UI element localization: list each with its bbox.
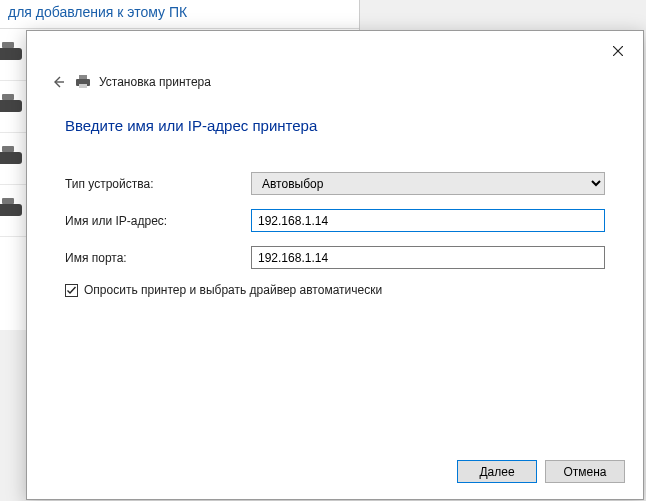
add-printer-dialog: Установка принтера Введите имя или IP-ад… bbox=[26, 30, 644, 500]
wizard-title: Установка принтера bbox=[99, 75, 211, 89]
hostname-input[interactable] bbox=[251, 209, 605, 232]
dialog-content: Введите имя или IP-адрес принтера Тип ус… bbox=[27, 99, 643, 446]
checkmark-icon bbox=[66, 285, 77, 296]
port-input[interactable] bbox=[251, 246, 605, 269]
printer-icon bbox=[0, 150, 22, 168]
port-row: Имя порта: bbox=[65, 246, 605, 269]
dialog-footer: Далее Отмена bbox=[27, 446, 643, 499]
port-label: Имя порта: bbox=[65, 251, 251, 265]
printer-icon bbox=[0, 46, 22, 64]
close-button[interactable] bbox=[603, 39, 633, 63]
close-icon bbox=[613, 46, 623, 56]
device-type-label: Тип устройства: bbox=[65, 177, 251, 191]
device-type-select[interactable]: Автовыбор bbox=[251, 172, 605, 195]
device-type-row: Тип устройства: Автовыбор bbox=[65, 172, 605, 195]
wizard-header: Установка принтера bbox=[27, 31, 643, 99]
back-button[interactable] bbox=[49, 73, 67, 91]
background-window-title: для добавления к этому ПК bbox=[0, 0, 359, 29]
printer-icon bbox=[75, 75, 91, 89]
svg-rect-5 bbox=[79, 84, 87, 88]
hostname-label: Имя или IP-адрес: bbox=[65, 214, 251, 228]
query-printer-checkbox-label: Опросить принтер и выбрать драйвер автом… bbox=[84, 283, 382, 297]
query-printer-checkbox[interactable] bbox=[65, 284, 78, 297]
printer-icon bbox=[0, 202, 22, 220]
cancel-button[interactable]: Отмена bbox=[545, 460, 625, 483]
hostname-row: Имя или IP-адрес: bbox=[65, 209, 605, 232]
instruction-text: Введите имя или IP-адрес принтера bbox=[65, 117, 605, 134]
query-printer-checkbox-row: Опросить принтер и выбрать драйвер автом… bbox=[65, 283, 605, 297]
back-arrow-icon bbox=[51, 75, 65, 89]
svg-rect-3 bbox=[79, 75, 87, 79]
printer-icon bbox=[0, 98, 22, 116]
next-button[interactable]: Далее bbox=[457, 460, 537, 483]
